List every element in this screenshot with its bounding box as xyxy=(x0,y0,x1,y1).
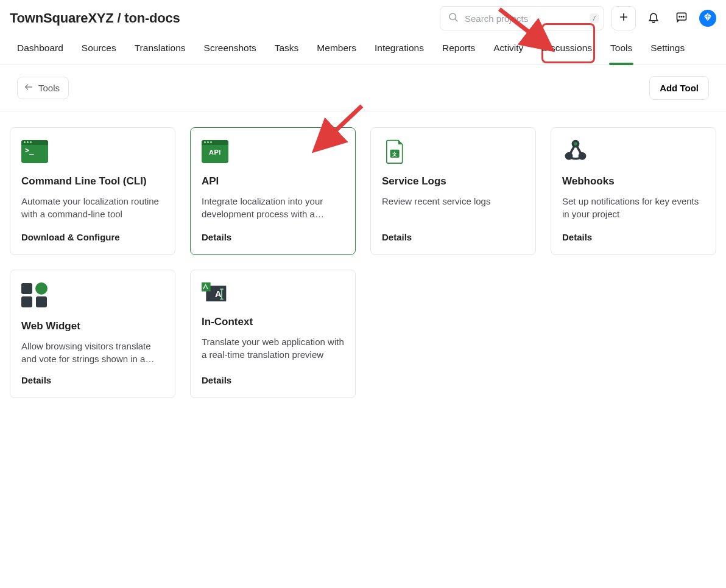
webhook-icon xyxy=(562,140,589,163)
messages-button[interactable] xyxy=(671,8,692,29)
svg-point-12 xyxy=(566,153,571,159)
card-action-link[interactable]: Download & Configure xyxy=(21,232,164,242)
tool-card-webhooks[interactable]: WebhooksSet up notifications for key eve… xyxy=(551,127,716,255)
terminal-icon: >_ xyxy=(21,140,48,163)
card-description: Integrate localization into your develop… xyxy=(202,195,344,222)
web-widget-icon xyxy=(21,282,48,308)
api-icon: API xyxy=(202,140,228,163)
notifications-button[interactable] xyxy=(643,8,664,29)
tool-card-service-logs[interactable]: 文Service LogsReview recent service logsD… xyxy=(370,127,536,255)
svg-point-7 xyxy=(683,16,684,17)
card-description: Review recent service logs xyxy=(382,195,524,222)
card-action-link[interactable]: Details xyxy=(562,232,705,242)
svg-line-1 xyxy=(455,19,457,21)
svg-point-13 xyxy=(579,153,585,159)
nav-dashboard[interactable]: Dashboard xyxy=(17,43,63,65)
card-title: Service Logs xyxy=(382,175,524,187)
search-shortcut-hint: / xyxy=(590,13,599,23)
add-tool-button[interactable]: Add Tool xyxy=(649,76,709,100)
svg-text:A: A xyxy=(215,289,222,299)
nav-screenshots[interactable]: Screenshots xyxy=(204,43,256,65)
service-logs-icon: 文 xyxy=(382,140,409,163)
card-title: Webhooks xyxy=(562,175,705,187)
card-description: Allow browsing visitors translate and vo… xyxy=(21,340,164,365)
search-box[interactable]: / xyxy=(440,6,604,30)
svg-rect-17 xyxy=(36,296,47,307)
nav-settings[interactable]: Settings xyxy=(650,43,685,65)
in-context-icon: A xyxy=(202,282,228,304)
svg-rect-19 xyxy=(202,282,211,292)
card-action-link[interactable]: Details xyxy=(21,375,164,385)
card-description: Automate your localization routine with … xyxy=(21,195,164,222)
search-icon xyxy=(448,12,459,25)
back-to-tools-button[interactable]: Tools xyxy=(17,77,69,99)
nav-tasks[interactable]: Tasks xyxy=(275,43,299,65)
card-description: Translate your web application with a re… xyxy=(202,335,344,365)
bell-icon xyxy=(647,11,660,26)
breadcrumb[interactable]: TownSquareXYZ / ton-docs xyxy=(10,10,432,26)
svg-text:文: 文 xyxy=(392,152,397,157)
svg-point-6 xyxy=(681,16,682,17)
nav-activity[interactable]: Activity xyxy=(493,43,523,65)
nav-members[interactable]: Members xyxy=(317,43,356,65)
card-title: API xyxy=(202,175,344,187)
card-description: Set up notifications for key events in y… xyxy=(562,195,705,222)
tool-card-in-context[interactable]: A In-ContextTranslate your web applicati… xyxy=(190,270,356,398)
arrow-left-icon xyxy=(24,82,33,94)
nav-sources[interactable]: Sources xyxy=(82,43,116,65)
nav-integrations[interactable]: Integrations xyxy=(375,43,424,65)
svg-point-15 xyxy=(35,282,48,295)
card-action-link[interactable]: Details xyxy=(202,375,344,385)
svg-point-11 xyxy=(573,141,578,147)
main-nav: DashboardSourcesTranslationsScreenshotsT… xyxy=(0,30,726,65)
card-title: In-Context xyxy=(202,316,344,328)
diamond-icon xyxy=(702,12,713,25)
card-action-link[interactable]: Details xyxy=(382,232,524,242)
back-label: Tools xyxy=(38,83,60,93)
add-project-button[interactable] xyxy=(611,6,636,30)
nav-translations[interactable]: Translations xyxy=(135,43,186,65)
search-input[interactable] xyxy=(465,13,583,24)
tool-card-command-line-tool-cli-[interactable]: >_Command Line Tool (CLI)Automate your l… xyxy=(10,127,175,255)
nav-tools[interactable]: Tools xyxy=(610,43,632,65)
tool-card-web-widget[interactable]: Web WidgetAllow browsing visitors transl… xyxy=(10,270,175,398)
svg-point-5 xyxy=(679,16,680,17)
avatar[interactable] xyxy=(699,10,716,27)
tool-card-api[interactable]: APIAPIIntegrate localization into your d… xyxy=(190,127,356,255)
tool-cards-grid: >_Command Line Tool (CLI)Automate your l… xyxy=(0,111,726,414)
card-title: Web Widget xyxy=(21,320,164,332)
svg-rect-16 xyxy=(21,296,32,307)
svg-rect-14 xyxy=(21,283,32,294)
nav-discussions[interactable]: Discussions xyxy=(541,43,592,65)
chat-icon xyxy=(675,11,688,26)
plus-icon xyxy=(619,12,629,24)
card-action-link[interactable]: Details xyxy=(202,232,344,242)
card-title: Command Line Tool (CLI) xyxy=(21,175,164,187)
nav-reports[interactable]: Reports xyxy=(442,43,475,65)
